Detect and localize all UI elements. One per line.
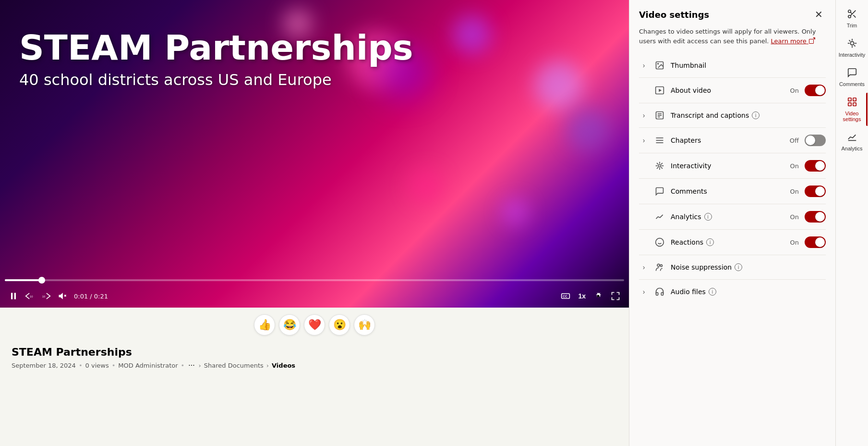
breadcrumb-arrow-1: › <box>199 362 201 369</box>
reactions-info-icon[interactable]: i <box>706 238 714 246</box>
about-video-label: About video <box>671 87 784 94</box>
video-controls: 10 10 0:01 / 0:21 <box>0 289 629 303</box>
transcript-info-icon[interactable]: i <box>752 112 760 119</box>
video-date: September 18, 2024 <box>12 362 76 369</box>
settings-panel-title: Video settings <box>639 10 709 20</box>
sidebar-analytics-icon <box>847 132 857 144</box>
video-progress-fill <box>5 279 42 281</box>
svg-line-38 <box>853 15 856 17</box>
reactions-icon <box>654 237 665 248</box>
settings-panel: Video settings ✕ Changes to video settin… <box>629 0 835 446</box>
svg-line-26 <box>657 163 658 164</box>
video-overlay-subtitle: 40 school districts across US and Europe <box>19 71 413 89</box>
svg-line-29 <box>657 167 658 169</box>
audio-label: Audio files i <box>671 288 826 296</box>
sidebar-interactivity-button[interactable]: Interactivity <box>837 34 868 62</box>
svg-point-34 <box>660 265 662 267</box>
more-options-button[interactable]: ··· <box>187 361 195 370</box>
settings-content: Video settings ✕ Changes to video settin… <box>629 0 835 446</box>
separator-1: • <box>79 362 83 369</box>
svg-marker-4 <box>59 293 63 299</box>
pause-button[interactable] <box>7 289 20 303</box>
svg-rect-1 <box>14 293 16 299</box>
sidebar-settings-icon <box>847 97 857 109</box>
close-settings-button[interactable]: ✕ <box>812 8 826 21</box>
video-info: STEAM Partnerships September 18, 2024 • … <box>0 340 629 373</box>
comments-toggle[interactable] <box>805 186 826 197</box>
svg-point-33 <box>657 264 660 266</box>
analytics-status: On <box>790 213 799 221</box>
expand-chapters[interactable]: › <box>639 136 649 144</box>
trim-label: Trim <box>847 23 857 28</box>
learn-more-link[interactable]: Learn more <box>771 37 814 45</box>
expand-noise[interactable]: › <box>639 263 649 271</box>
noise-label: Noise suppression i <box>671 263 826 271</box>
expand-thumbnail[interactable]: › <box>639 62 649 69</box>
video-info-title: STEAM Partnerships <box>12 346 617 358</box>
svg-rect-50 <box>853 103 856 106</box>
mute-button[interactable] <box>56 289 69 303</box>
sidebar-trim-button[interactable]: Trim <box>837 5 868 32</box>
analytics-toggle[interactable] <box>805 211 826 223</box>
comments-icon <box>654 186 665 197</box>
settings-row-transcript: › Transcript and captions i <box>639 103 826 128</box>
reaction-wow[interactable]: 😮 <box>329 314 350 335</box>
comments-status: On <box>790 188 799 195</box>
video-player[interactable]: STEAM Partnerships 40 school districts a… <box>0 0 629 308</box>
reactions-toggle[interactable] <box>805 236 826 248</box>
svg-rect-47 <box>848 98 851 101</box>
audio-icon <box>654 286 665 297</box>
svg-point-30 <box>656 238 664 247</box>
settings-row-interactivity: Interactivity On <box>639 153 826 179</box>
settings-row-chapters: › Chapters Off <box>639 128 826 153</box>
reaction-heart[interactable]: ❤️ <box>304 314 325 335</box>
settings-notice: Changes to video settings will apply for… <box>639 27 826 46</box>
svg-rect-0 <box>11 293 12 299</box>
video-progress-bar[interactable] <box>0 279 629 281</box>
speed-button[interactable]: 1x <box>576 291 588 301</box>
svg-line-42 <box>849 40 850 42</box>
svg-text:10: 10 <box>30 295 33 298</box>
transcript-icon <box>654 110 665 121</box>
interactivity-label: Interactivity <box>671 162 784 170</box>
analytics-info-icon[interactable]: i <box>704 213 712 221</box>
expand-audio[interactable]: › <box>639 288 649 296</box>
settings-button[interactable] <box>591 290 605 302</box>
sidebar-comments-icon <box>847 67 857 79</box>
breadcrumb-shared-documents[interactable]: Shared Documents <box>204 362 264 369</box>
svg-point-9 <box>597 295 600 297</box>
interactivity-toggle[interactable] <box>805 160 826 172</box>
reaction-clap[interactable]: 🙌 <box>354 314 375 335</box>
forward-10-button[interactable]: 10 <box>39 289 53 303</box>
about-video-toggle[interactable] <box>805 85 826 96</box>
settings-row-reactions: Reactions i On <box>639 230 826 255</box>
sidebar-interactivity-icon <box>847 38 857 50</box>
svg-rect-48 <box>853 98 856 101</box>
sidebar-comments-label: Comments <box>839 81 865 87</box>
sidebar-comments-button[interactable]: Comments <box>837 63 868 91</box>
about-video-icon <box>654 85 665 96</box>
sidebar-video-settings-button[interactable]: Video settings <box>837 93 868 126</box>
video-author: MOD Administrator <box>118 362 178 369</box>
svg-line-27 <box>661 167 663 169</box>
expand-transcript[interactable]: › <box>639 112 649 119</box>
cc-button[interactable]: CC <box>559 290 572 302</box>
audio-info-icon[interactable]: i <box>709 288 716 296</box>
chapters-toggle[interactable] <box>805 135 826 146</box>
settings-row-about-video: About video On <box>639 78 826 103</box>
fullscreen-button[interactable] <box>609 290 622 302</box>
svg-line-43 <box>854 45 855 47</box>
settings-row-audio: › Audio files i <box>639 280 826 304</box>
video-meta: September 18, 2024 • 0 views • MOD Admin… <box>12 361 617 370</box>
separator-2: • <box>112 362 116 369</box>
sidebar-analytics-button[interactable]: Analytics <box>837 128 868 155</box>
reaction-laugh[interactable]: 😂 <box>279 314 300 335</box>
rewind-10-button[interactable]: 10 <box>23 289 36 303</box>
reactions-label: Reactions i <box>671 238 784 246</box>
noise-info-icon[interactable]: i <box>735 263 742 271</box>
thumbnail-label: Thumbnail <box>671 62 826 69</box>
settings-row-noise: › Noise suppression i <box>639 255 826 280</box>
reaction-thumbsup[interactable]: 👍 <box>254 314 275 335</box>
about-video-status: On <box>790 87 799 94</box>
sidebar-settings-label: Video settings <box>840 111 865 122</box>
